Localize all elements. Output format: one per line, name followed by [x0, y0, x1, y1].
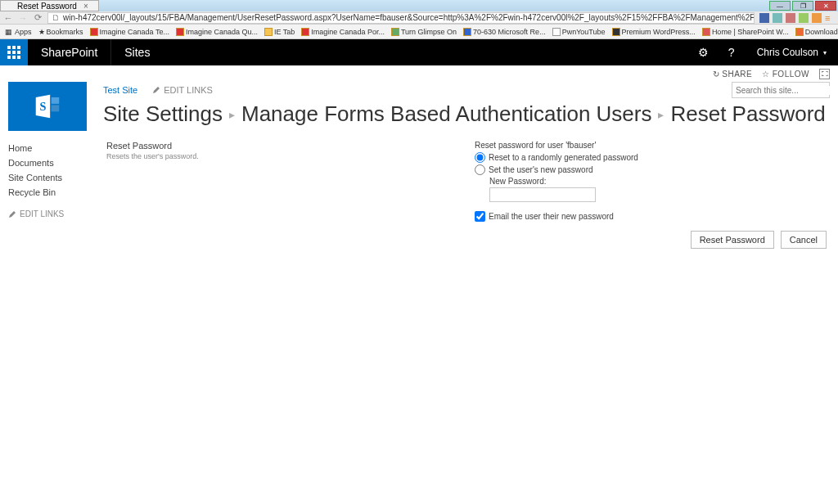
ext-icon[interactable]	[773, 13, 782, 23]
svg-rect-3	[7, 51, 11, 54]
star-icon: ☆	[762, 70, 770, 79]
form-legend: Reset password for user 'fbauser'	[475, 141, 596, 150]
apps-button[interactable]: ▦Apps	[5, 28, 32, 36]
svg-rect-7	[12, 56, 16, 59]
search-input[interactable]	[732, 86, 838, 95]
user-menu[interactable]: Chris Coulson▾	[746, 39, 838, 65]
svg-rect-0	[7, 46, 11, 49]
ext-icon[interactable]	[799, 13, 809, 23]
edit-links-button[interactable]: EDIT LINKS	[152, 85, 213, 95]
gear-icon: ⚙	[698, 46, 709, 59]
radio-random[interactable]	[475, 152, 485, 163]
sharepoint-logo-icon: S	[32, 91, 63, 122]
bookmark-item[interactable]: PwnYouTube	[552, 28, 606, 36]
section-title: Reset Password	[106, 141, 434, 151]
left-nav: Home Documents Site Contents Recycle Bin…	[8, 141, 98, 223]
share-icon: ↻	[713, 70, 720, 79]
reload-icon[interactable]: ⟳	[33, 13, 43, 23]
suite-bar: SharePoint Sites ⚙ ? Chris Coulson▾	[0, 39, 838, 65]
svg-rect-2	[17, 46, 20, 49]
bookmark-item[interactable]: ★Bookmarks	[38, 28, 83, 36]
svg-rect-6	[7, 56, 11, 59]
forward-icon[interactable]: →	[18, 13, 28, 23]
checkbox-email[interactable]	[475, 211, 485, 222]
chevron-right-icon: ▸	[658, 108, 664, 121]
site-link[interactable]: Test Site	[103, 85, 137, 95]
reset-password-button[interactable]: Reset Password	[691, 231, 774, 249]
menu-icon[interactable]: ≡	[825, 13, 835, 23]
chevron-right-icon: ▸	[229, 108, 235, 121]
svg-rect-11	[52, 105, 60, 111]
pencil-icon	[152, 86, 160, 94]
breadcrumb: Site Settings ▸ Manage Forms Based Authe…	[103, 101, 830, 127]
ext-icon[interactable]	[786, 13, 795, 23]
tab-title: Reset Password	[17, 2, 77, 11]
address-bar: ← → ⟳ 🗋 win-h472cerv00l/_layouts/15/FBA/…	[0, 11, 838, 25]
svg-rect-4	[12, 51, 16, 54]
breadcrumb-item: Reset Password	[670, 101, 825, 127]
search-box[interactable]: 🔍	[732, 82, 830, 98]
new-password-label: New Password:	[489, 177, 546, 186]
follow-button[interactable]: ☆FOLLOW	[762, 70, 809, 79]
svg-text:S: S	[40, 100, 47, 113]
bookmark-item[interactable]: 70-630 Microsoft Re...	[463, 28, 546, 36]
bookmark-item[interactable]: Turn Glimpse On	[391, 28, 457, 36]
section-header: Reset Password Resets the user's passwor…	[98, 141, 442, 223]
window-minimize-button[interactable]: —	[769, 1, 791, 11]
breadcrumb-item[interactable]: Manage Forms Based Authentication Users	[241, 101, 651, 127]
suite-brand[interactable]: SharePoint	[28, 39, 111, 65]
share-button[interactable]: ↻SHARE	[713, 70, 752, 79]
new-password-input[interactable]	[489, 187, 596, 202]
settings-button[interactable]: ⚙	[690, 39, 718, 65]
close-tab-icon[interactable]: ×	[82, 2, 90, 10]
reset-password-form: Reset password for user 'fbauser' Reset …	[442, 141, 830, 223]
bookmark-item[interactable]: Imagine Canada Qu...	[176, 28, 258, 36]
bookmark-item[interactable]: Downloads - Office.c...	[795, 28, 838, 36]
bookmark-item[interactable]: Imagine Canada Por...	[301, 28, 385, 36]
window-maximize-button[interactable]: ❐	[792, 1, 813, 11]
bookmark-item[interactable]: IE Tab	[264, 28, 295, 36]
site-logo[interactable]: S	[8, 82, 87, 131]
nav-edit-links[interactable]: EDIT LINKS	[8, 209, 98, 218]
focus-icon: ⛶	[822, 70, 828, 78]
svg-rect-1	[12, 46, 16, 49]
focus-content-button[interactable]: ⛶	[819, 69, 830, 79]
suite-sites[interactable]: Sites	[111, 39, 163, 65]
bookmark-item[interactable]: Imagine Canada Te...	[90, 28, 169, 36]
bookmark-item[interactable]: Home | SharePoint W...	[702, 28, 789, 36]
app-launcher-button[interactable]	[0, 39, 28, 65]
nav-site-contents[interactable]: Site Contents	[8, 173, 62, 182]
help-button[interactable]: ?	[718, 39, 746, 65]
pencil-icon	[8, 210, 16, 218]
window-close-button[interactable]: ✕	[815, 1, 836, 11]
option-email-user[interactable]: Email the user their new password	[475, 211, 614, 222]
option-random-password[interactable]: Reset to a randomly generated password	[475, 152, 638, 163]
svg-rect-5	[17, 51, 20, 54]
waffle-icon	[7, 46, 20, 59]
bookmarks-bar: ▦Apps ★Bookmarks Imagine Canada Te... Im…	[0, 25, 838, 39]
radio-set[interactable]	[475, 164, 485, 175]
svg-rect-10	[52, 97, 60, 104]
svg-rect-8	[17, 56, 20, 59]
url-input[interactable]: 🗋 win-h472cerv00l/_layouts/15/FBA/Manage…	[47, 12, 755, 24]
option-set-password[interactable]: Set the user's new password	[475, 164, 593, 175]
ext-icon[interactable]	[812, 13, 822, 23]
url-text: win-h472cerv00l/_layouts/15/FBA/Manageme…	[63, 13, 755, 22]
cancel-button[interactable]: Cancel	[781, 231, 827, 249]
ext-icon[interactable]	[759, 13, 769, 23]
nav-recycle-bin[interactable]: Recycle Bin	[8, 187, 56, 197]
browser-tab[interactable]: Reset Password ×	[0, 0, 99, 11]
section-description: Resets the user's password.	[106, 152, 434, 160]
chevron-down-icon: ▾	[823, 49, 827, 56]
back-icon[interactable]: ←	[3, 13, 13, 23]
nav-documents[interactable]: Documents	[8, 158, 54, 168]
nav-home[interactable]: Home	[8, 143, 32, 153]
help-icon: ?	[728, 46, 735, 59]
page-commands: ↻SHARE ☆FOLLOW ⛶	[0, 65, 838, 82]
breadcrumb-item[interactable]: Site Settings	[103, 101, 223, 127]
bookmark-item[interactable]: Premium WordPress...	[612, 28, 696, 36]
